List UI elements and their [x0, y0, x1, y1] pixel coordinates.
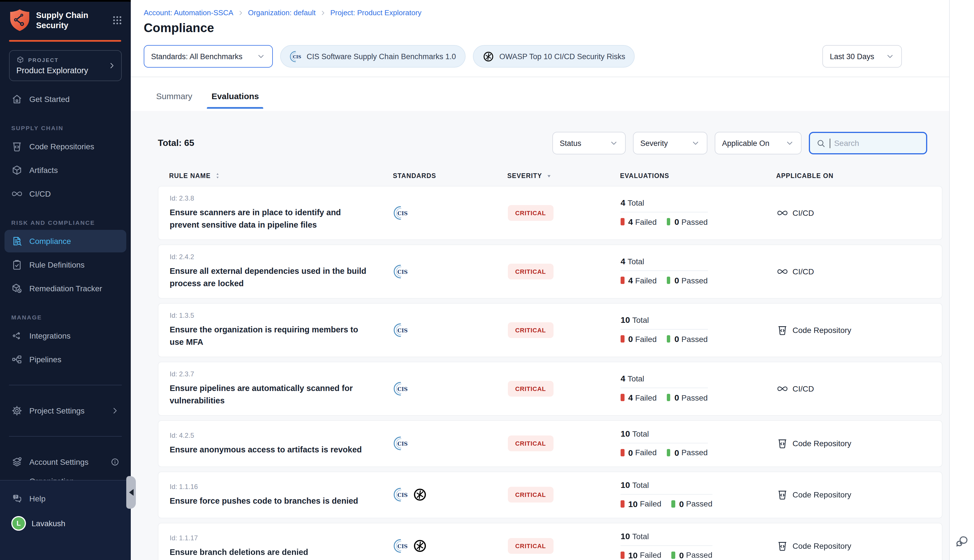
column-header-applicable-on[interactable]: APPLICABLE ON [776, 172, 942, 179]
eval-passed-label: Passed [682, 393, 708, 402]
sidebar-item-ci-cd[interactable]: CI/CD [5, 183, 126, 205]
eval-total-label: Total [632, 480, 649, 490]
filter-dropdown-severity[interactable]: Severity [633, 132, 707, 154]
project-selector[interactable]: PROJECT Product Exploratory [9, 50, 122, 81]
severity-cell: CRITICAL [508, 322, 620, 338]
sidebar-divider [9, 385, 122, 385]
sidebar-item-integrations[interactable]: Integrations [5, 325, 126, 347]
eval-passed-label: Passed [682, 448, 708, 457]
table-row[interactable]: Id: 4.2.5 Ensure anonymous access to art… [158, 420, 942, 467]
rule-name: Ensure branch deletions are denied [170, 546, 368, 558]
eval-passed: 0Passed [667, 276, 708, 285]
filter-dropdown-status[interactable]: Status [552, 132, 625, 154]
sidebar-section-heading: SUPPLY CHAIN [11, 125, 120, 131]
search-box[interactable] [809, 132, 927, 154]
table-row[interactable]: Id: 2.3.8 Ensure scanners are in place t… [158, 186, 942, 240]
eval-failed-label: Failed [635, 217, 657, 227]
sidebar-item-code-repositories[interactable]: Code Repositories [5, 135, 126, 158]
standards-dropdown[interactable]: Standards: All Benchmarks [144, 45, 273, 68]
chat-help-icon: ? [11, 493, 23, 504]
table-row[interactable]: Id: 2.3.7 Ensure pipelines are automatic… [158, 362, 942, 416]
sidebar-item-label: Pipelines [29, 355, 62, 364]
sidebar-item-rule-definitions[interactable]: Rule Definitions [5, 253, 126, 276]
sidebar-item-remediation-tracker[interactable]: Remediation Tracker [5, 277, 126, 300]
app-root: Supply Chain Security PROJECT Product Ex… [0, 0, 974, 560]
apps-grid-icon[interactable] [112, 15, 123, 26]
eval-failed-count: 10 [628, 550, 637, 560]
breadcrumb-link[interactable]: Account: Automation-SSCA [144, 8, 233, 17]
column-header-rule-name[interactable]: RULE NAME [158, 172, 393, 180]
eval-total-label: Total [632, 316, 649, 325]
eval-failed: 0Failed [620, 334, 657, 344]
severity-badge: CRITICAL [508, 487, 553, 503]
severity-cell: CRITICAL [508, 436, 620, 452]
standards-cell: CIS [394, 488, 508, 502]
sidebar-item-project-settings[interactable]: Project Settings [5, 400, 126, 422]
sidebar-item-label: CI/CD [29, 189, 51, 198]
applicable-on-label: Code Repository [792, 542, 851, 551]
standard-chip-owasp[interactable]: OWASP Top 10 CI/CD Security Risks [473, 45, 635, 68]
standard-chip-cis[interactable]: CIS CIS Software Supply Chain Benchmarks… [280, 45, 465, 68]
eval-total-count: 4 [620, 374, 625, 383]
chevron-down-icon [886, 52, 894, 61]
rule-id: Id: 1.3.5 [170, 312, 394, 320]
sidebar: Supply Chain Security PROJECT Product Ex… [0, 0, 131, 560]
severity-cell: CRITICAL [508, 487, 620, 503]
code-repo-icon [777, 489, 788, 500]
eval-total: 4Total [620, 374, 708, 388]
rule-id: Id: 2.4.2 [170, 253, 394, 261]
eval-failed-count: 4 [628, 217, 633, 227]
project-name: Product Exploratory [16, 66, 104, 75]
sidebar-section-heading: MANAGE [11, 314, 120, 320]
owasp-icon [482, 50, 494, 62]
breadcrumb-link[interactable]: Organization: default [248, 8, 316, 17]
applicable-on-label: CI/CD [792, 208, 814, 217]
cis-icon: CIS [394, 382, 408, 396]
sidebar-item-compliance[interactable]: Compliance [5, 230, 126, 252]
table-row[interactable]: Id: 2.4.2 Ensure all external dependenci… [158, 245, 942, 298]
eval-passed-count: 0 [674, 393, 679, 403]
tab-bar: SummaryEvaluations [131, 77, 949, 109]
filter-dropdown-label: Severity [640, 139, 668, 147]
evaluations-cell: 10Total 0Failed 0Passed [620, 315, 777, 345]
code-repo-icon [777, 438, 788, 449]
standards-cell: CIS [394, 382, 508, 396]
breadcrumb-link[interactable]: Project: Product Exploratory [330, 8, 422, 17]
eval-total: 10Total [620, 480, 712, 495]
rule-cell: Id: 1.1.16 Ensure force pushes code to b… [158, 483, 394, 507]
sidebar-item-account-settings[interactable]: Account Settings [5, 451, 126, 473]
sidebar-item-label: Project Settings [29, 406, 85, 415]
severity-cell: CRITICAL [508, 381, 620, 397]
eval-total-count: 10 [620, 315, 630, 325]
sidebar-item-help[interactable]: ? Help [5, 487, 126, 510]
column-header-evaluations[interactable]: EVALUATIONS [620, 172, 776, 179]
table-row[interactable]: Id: 1.1.17 Ensure branch deletions are d… [158, 523, 942, 560]
eval-failed-label: Failed [640, 500, 661, 508]
owasp-icon [413, 488, 427, 502]
table-body: Id: 2.3.8 Ensure scanners are in place t… [158, 186, 942, 560]
svg-text:CIS: CIS [397, 492, 408, 498]
sidebar-item-pipelines[interactable]: Pipelines [5, 348, 126, 371]
cis-icon: CIS [394, 206, 408, 220]
sidebar-item-artifacts[interactable]: Artifacts [5, 159, 126, 182]
tab-summary[interactable]: Summary [155, 91, 193, 109]
sidebar-collapse-handle[interactable] [126, 476, 136, 509]
sidebar-divider [9, 436, 122, 437]
tab-evaluations[interactable]: Evaluations [210, 91, 260, 109]
filter-dropdown-applicable-on[interactable]: Applicable On [715, 132, 802, 154]
date-range-dropdown[interactable]: Last 30 Days [822, 45, 902, 68]
eval-failed-label: Failed [635, 393, 657, 402]
cis-icon: CIS [394, 488, 408, 502]
table-row[interactable]: Id: 1.3.5 Ensure the organization is req… [158, 303, 942, 357]
column-header-label: SEVERITY [507, 172, 542, 179]
eval-failed: 10Failed [620, 499, 662, 509]
sidebar-item-get-started[interactable]: Get Started [5, 88, 126, 110]
table-row[interactable]: Id: 1.1.16 Ensure force pushes code to b… [158, 472, 942, 518]
column-header-severity[interactable]: SEVERITY [507, 172, 620, 180]
rule-name: Ensure all external dependencies used in… [170, 265, 368, 290]
support-chat-icon[interactable] [954, 534, 969, 549]
user-menu[interactable]: L Lavakush [5, 511, 126, 536]
sort-down-icon [545, 172, 553, 180]
column-header-standards[interactable]: STANDARDS [393, 172, 507, 179]
search-input[interactable] [834, 138, 920, 148]
